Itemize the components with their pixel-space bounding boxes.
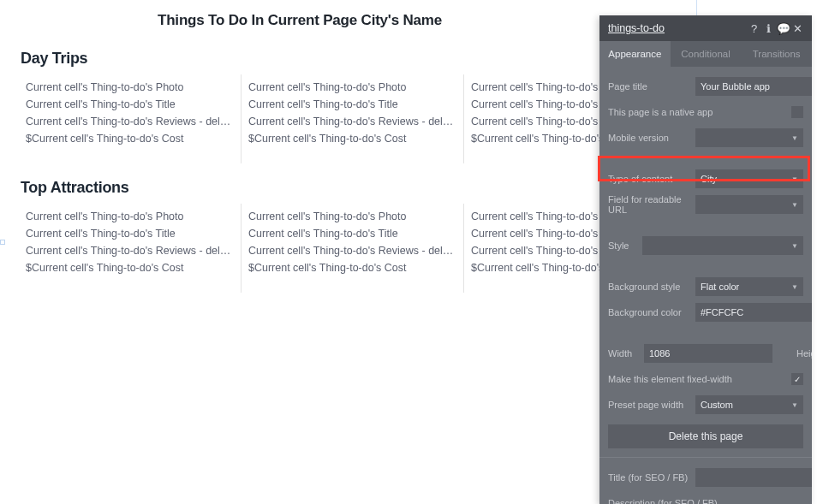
tab-conditional[interactable]: Conditional	[671, 41, 742, 67]
cell-reviews-label: Current cell's Thing-to-do's Reviews - d…	[26, 245, 232, 257]
page-title: Things To Do In Current Page City's Name	[0, 0, 599, 34]
bg-style-select[interactable]: Flat color ▼	[695, 277, 803, 296]
width-input[interactable]	[644, 344, 772, 363]
ruler-marker	[0, 240, 5, 245]
tab-appearance[interactable]: Appearance	[599, 41, 671, 67]
cell-reviews-label: Current cell's Thing-to-do's Reviews - d…	[248, 116, 455, 127]
cell-photo-label: Current cell's Thing-to-do's Photo	[248, 210, 455, 222]
cell-photo-label: Current cell's Thing-to-do's Photo	[26, 81, 232, 93]
chevron-down-icon: ▼	[791, 401, 798, 409]
tab-transitions[interactable]: Transitions	[741, 41, 812, 67]
bg-color-label: Background color	[608, 307, 690, 317]
section-heading-top-attractions: Top Attractions	[0, 163, 599, 204]
help-icon[interactable]: ?	[747, 22, 761, 35]
editor-canvas[interactable]: Things To Do In Current Page City's Name…	[0, 0, 599, 504]
width-label: Width	[608, 348, 639, 359]
property-inspector[interactable]: things-to-do ? ℹ 💬 ✕ Appearance Conditio…	[599, 15, 812, 504]
cell-cost-label: $Current cell's Thing-to-do's Cost	[26, 133, 232, 145]
type-of-content-row: Type of content City ▼	[608, 168, 803, 190]
readable-url-label: Field for readable URL	[608, 194, 690, 215]
inspector-tabs: Appearance Conditional Transitions	[599, 41, 812, 67]
close-icon[interactable]: ✕	[790, 22, 805, 35]
cell-cost-label: $Current cell's Thing-to-do's Cost	[26, 262, 232, 274]
repeating-cell[interactable]: Current cell's Thing-to-do's Photo Curre…	[242, 74, 464, 163]
cell-title-label: Current cell's Thing-to-do's Title	[26, 228, 232, 240]
section-heading-day-trips: Day Trips	[0, 34, 599, 74]
divider	[599, 457, 812, 458]
fixed-width-checkbox[interactable]: ✓	[791, 373, 803, 385]
seo-title-label: Title (for SEO / FB)	[608, 472, 690, 483]
cell-photo-label: Current cell's Thing-to-do's Photo	[26, 210, 232, 222]
preset-width-select[interactable]: Custom ▼	[695, 395, 803, 414]
fixed-width-label: Make this element fixed-width	[608, 374, 786, 384]
cell-cost-label: $Current cell's Thing-to-do's Cost	[248, 262, 455, 274]
repeating-group-day-trips[interactable]: Current cell's Thing-to-do's Photo Curre…	[0, 74, 599, 163]
native-app-label: This page is a native app	[608, 107, 786, 117]
cell-cost-label: $Current cell's Thing-to-do's Cost	[248, 133, 455, 145]
repeating-cell[interactable]: Current cell's Thing-to-do's Photo Curre…	[242, 204, 464, 293]
comment-icon[interactable]: 💬	[776, 22, 790, 35]
chevron-down-icon: ▼	[791, 283, 798, 291]
type-of-content-select[interactable]: City ▼	[695, 169, 803, 188]
readable-url-select[interactable]: ▼	[695, 195, 803, 214]
type-of-content-value: City	[701, 174, 717, 184]
info-icon[interactable]: ℹ	[761, 22, 776, 35]
cell-title-label: Current cell's Thing-to-do's Title	[248, 228, 455, 240]
bg-style-value: Flat color	[701, 282, 739, 292]
mobile-version-select[interactable]: ▼	[695, 128, 803, 147]
delete-page-button[interactable]: Delete this page	[608, 424, 803, 448]
chevron-down-icon: ▼	[791, 134, 798, 142]
mobile-version-label: Mobile version	[608, 133, 690, 143]
page-title-label: Page title	[608, 81, 690, 92]
height-label: Height	[796, 348, 812, 359]
repeating-cell[interactable]: Current cell's Thing-to-do's Photo Curre…	[19, 74, 242, 163]
repeating-cell[interactable]: Current cell's Thing-to-do's Photo Curre…	[19, 204, 242, 293]
bg-style-label: Background style	[608, 282, 690, 292]
inspector-body: Page title This page is a native app Mob…	[599, 67, 812, 504]
repeating-group-top-attractions[interactable]: Current cell's Thing-to-do's Photo Curre…	[0, 204, 599, 293]
cell-reviews-label: Current cell's Thing-to-do's Reviews - d…	[248, 245, 455, 257]
seo-title-input[interactable]	[695, 468, 812, 487]
type-of-content-label: Type of content	[608, 174, 690, 184]
chevron-down-icon: ▼	[791, 242, 798, 250]
seo-desc-label: Description (for SEO / FB)	[608, 498, 803, 504]
chevron-down-icon: ▼	[791, 201, 798, 209]
cell-title-label: Current cell's Thing-to-do's Title	[26, 98, 232, 110]
style-select[interactable]: ▼	[642, 236, 803, 255]
chevron-down-icon: ▼	[791, 175, 798, 183]
inspector-header[interactable]: things-to-do ? ℹ 💬 ✕	[599, 15, 812, 41]
cell-title-label: Current cell's Thing-to-do's Title	[248, 98, 455, 110]
preset-width-label: Preset page width	[608, 400, 690, 410]
inspector-element-name[interactable]: things-to-do	[608, 22, 747, 34]
cell-reviews-label: Current cell's Thing-to-do's Reviews - d…	[26, 116, 232, 127]
bg-color-input[interactable]	[695, 303, 812, 322]
cell-photo-label: Current cell's Thing-to-do's Photo	[248, 81, 455, 93]
page-title-input[interactable]	[695, 77, 812, 96]
native-app-checkbox[interactable]	[791, 106, 803, 118]
style-label: Style	[608, 240, 637, 251]
preset-width-value: Custom	[701, 400, 733, 410]
